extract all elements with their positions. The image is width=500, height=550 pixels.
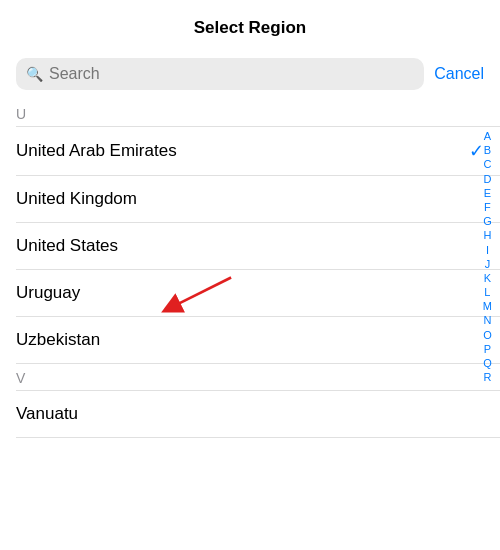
- alpha-n[interactable]: N: [481, 314, 493, 327]
- country-label: Uzbekistan: [16, 330, 100, 350]
- alpha-c[interactable]: C: [481, 158, 493, 171]
- alpha-e[interactable]: E: [482, 187, 493, 200]
- alpha-o[interactable]: O: [481, 329, 494, 342]
- alpha-m[interactable]: M: [481, 300, 494, 313]
- country-label: Uruguay: [16, 283, 80, 303]
- cancel-button[interactable]: Cancel: [434, 65, 484, 83]
- alpha-k[interactable]: K: [482, 272, 493, 285]
- alpha-d[interactable]: D: [481, 173, 493, 186]
- search-icon: 🔍: [26, 66, 43, 82]
- header: Select Region: [0, 0, 500, 50]
- section-header-u: U: [0, 100, 500, 126]
- search-input[interactable]: [49, 65, 414, 83]
- country-label: Vanuatu: [16, 404, 78, 424]
- list-item[interactable]: Uruguay: [0, 270, 500, 316]
- alpha-l[interactable]: L: [482, 286, 492, 299]
- alpha-q[interactable]: Q: [481, 357, 494, 370]
- search-bar-row: 🔍 Cancel: [0, 50, 500, 100]
- alpha-p[interactable]: P: [482, 343, 493, 356]
- list-item[interactable]: Vanuatu: [0, 391, 500, 437]
- alpha-j[interactable]: J: [483, 258, 493, 271]
- divider: [16, 437, 500, 438]
- alpha-r[interactable]: R: [481, 371, 493, 384]
- search-input-wrap[interactable]: 🔍: [16, 58, 424, 90]
- country-label: United Arab Emirates: [16, 141, 177, 161]
- alpha-i[interactable]: I: [484, 244, 491, 257]
- alpha-g[interactable]: G: [481, 215, 494, 228]
- alpha-h[interactable]: H: [481, 229, 493, 242]
- alphabet-index: A B C D E F G H I J K L M N O P Q R: [481, 130, 494, 384]
- section-header-v: V: [0, 364, 500, 390]
- list-item[interactable]: United Kingdom: [0, 176, 500, 222]
- alpha-a[interactable]: A: [482, 130, 493, 143]
- list-item[interactable]: United Arab Emirates ✓: [0, 127, 500, 175]
- page-title: Select Region: [194, 18, 306, 37]
- country-label: United Kingdom: [16, 189, 137, 209]
- alpha-b[interactable]: B: [482, 144, 493, 157]
- country-label: United States: [16, 236, 118, 256]
- list-item[interactable]: Uzbekistan: [0, 317, 500, 363]
- alpha-f[interactable]: F: [482, 201, 493, 214]
- list-item-united-states[interactable]: United States: [0, 223, 500, 269]
